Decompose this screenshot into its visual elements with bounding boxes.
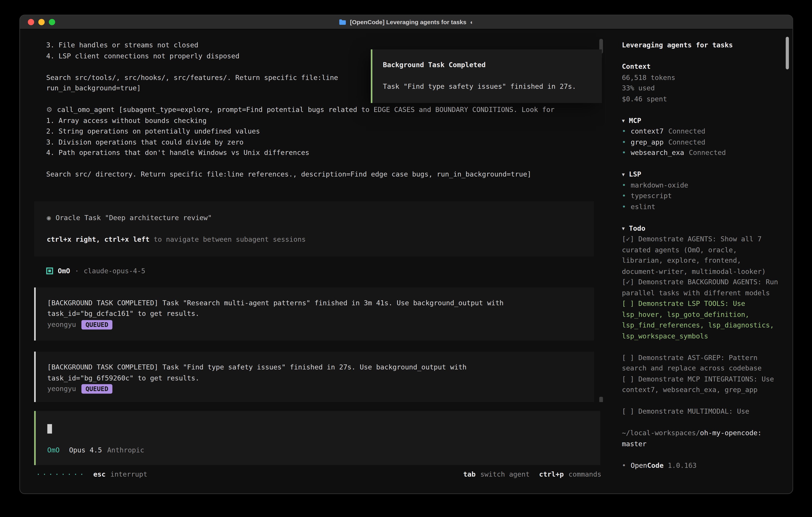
oracle-task-box[interactable]: ◉Oracle Task "Deep architecture review" … — [34, 201, 594, 256]
folder-icon — [339, 19, 346, 25]
main-scrollbar-end[interactable] — [599, 397, 603, 402]
message-line: [BACKGROUND TASK COMPLETED] Task "Resear… — [47, 298, 583, 308]
omo-agent-icon — [46, 267, 53, 274]
esc-key-hint: esc — [93, 470, 106, 478]
terminal-line: 3. File handles or streams not closed — [20, 40, 605, 51]
context-tokens: 66,518 tokens — [622, 72, 782, 83]
tool-call-item: 1. Array access without bounds checking — [20, 115, 605, 126]
notification-body: Task "Find type safety issues" finished … — [383, 81, 596, 92]
tool-call-item: 4. Path operations that don't handle Win… — [20, 148, 605, 159]
model-info-line: OmOOpus 4.5Anthropic — [47, 445, 589, 456]
sidebar: Leveraging agents for tasks Context 66,5… — [605, 29, 793, 493]
tool-call-text: call_omo_agent [subagent_type=explore, p… — [57, 106, 554, 113]
tool-call-item: 3. Division operations that could divide… — [20, 137, 605, 148]
chat-pane: 3. File handles or streams not closed 4.… — [20, 29, 605, 493]
bullet-icon: • — [622, 202, 626, 210]
tab-key-hint: tab — [463, 470, 476, 478]
agent-name: OmO — [58, 267, 70, 275]
tool-call-line: ⚙call_omo_agent [subagent_type=explore, … — [20, 105, 605, 115]
close-button[interactable] — [28, 19, 34, 25]
message-author: yeongyu — [47, 385, 76, 392]
chevron-down-icon: ▼ — [622, 118, 625, 123]
esc-key-label: interrupt — [110, 470, 147, 478]
todo-heading: Todo — [629, 224, 645, 232]
bullet-icon: • — [622, 127, 626, 135]
lsp-item: •eslint — [622, 201, 782, 212]
bullet-icon: • — [622, 192, 626, 199]
lsp-item: •typescript — [622, 191, 782, 201]
agent-header: OmO · claude-opus-4-5 — [20, 265, 605, 276]
message-author: yeongyu — [47, 320, 76, 328]
desktop: [OpenCode] Leveraging agents for tasks ◐… — [0, 0, 812, 517]
brand-name-bold: Code — [647, 461, 664, 469]
gear-icon: ⚙ — [46, 106, 52, 113]
message-line: [BACKGROUND TASK COMPLETED] Task "Find t… — [47, 362, 583, 373]
mcp-heading: MCP — [629, 116, 641, 124]
spinner-dots-icon: ········ — [36, 470, 86, 478]
chevron-down-icon: ▼ — [622, 172, 625, 177]
input-provider-name: Anthropic — [107, 446, 144, 454]
terminal-line — [20, 159, 605, 169]
notification-toast: Background Task Completed Task "Find typ… — [371, 49, 602, 103]
window-title: [OpenCode] Leveraging agents for tasks — [350, 19, 466, 25]
fullscreen-button[interactable] — [49, 19, 55, 25]
terminal-window: [OpenCode] Leveraging agents for tasks ◐… — [19, 15, 793, 494]
lsp-item: •markdown-oxide — [622, 180, 782, 191]
workspace-path: ~/local-workspaces/oh-my-opencode: — [622, 428, 782, 439]
hint-keys: ctrl+x right, ctrl+x left — [47, 235, 149, 243]
hint-text: to navigate between subagent sessions — [149, 235, 306, 243]
separator-dot: · — [75, 267, 79, 275]
agent-model: claude-opus-4-5 — [84, 267, 145, 275]
mcp-item: •grep_appConnected — [622, 137, 782, 148]
notification-title: Background Task Completed — [383, 60, 596, 71]
todo-section-header[interactable]: ▼Todo — [622, 223, 782, 234]
prompt-input[interactable]: OmOOpus 4.5Anthropic — [34, 411, 601, 465]
bullet-icon: • — [622, 149, 626, 157]
message-meta: yeongyuQUEUED — [47, 384, 583, 394]
commands-key-label: commands — [569, 470, 601, 478]
commands-key-hint: ctrl+p — [539, 470, 563, 478]
status-left: ········escinterrupt — [36, 470, 147, 478]
sidebar-scrollbar-thumb[interactable] — [786, 37, 789, 70]
lsp-section-header[interactable]: ▼LSP — [622, 169, 782, 180]
tool-call-item: 2. String operations on potentially unde… — [20, 126, 605, 137]
status-badge: QUEUED — [81, 384, 113, 393]
tab-key-label: switch agent — [480, 470, 530, 478]
message-line: task_id="bg_6f59260c" to get results. — [47, 373, 583, 384]
status-right: tabswitch agentctrl+pcommands — [463, 470, 601, 478]
window-title-group: [OpenCode] Leveraging agents for tasks ◐ — [339, 19, 473, 25]
window-content: 3. File handles or streams not closed 4.… — [20, 29, 793, 493]
input-agent-name: OmO — [47, 446, 60, 454]
chevron-down-icon: ▼ — [622, 226, 625, 231]
titlebar[interactable]: [OpenCode] Leveraging agents for tasks ◐ — [20, 15, 793, 29]
status-badge: QUEUED — [81, 320, 113, 329]
record-icon: ◉ — [47, 214, 51, 221]
version-number: 1.0.163 — [668, 461, 697, 469]
app-version-line: •OpenCode1.0.163 — [622, 460, 782, 471]
context-heading: Context — [622, 61, 782, 72]
bullet-icon: • — [622, 461, 626, 469]
message-scrollback[interactable]: 3. File handles or streams not closed 4.… — [20, 29, 605, 402]
context-used: 33% used — [622, 83, 782, 94]
blank-line — [47, 223, 581, 234]
blank-line — [47, 434, 589, 445]
busy-indicator-icon: ◐ — [470, 19, 473, 25]
oracle-task-title-line: ◉Oracle Task "Deep architecture review" — [47, 213, 581, 223]
workspace-branch: master — [622, 439, 782, 450]
todo-item: [✓] Demonstrate AGENTS: Show all 7 curat… — [622, 234, 782, 277]
blank-line — [383, 71, 596, 82]
message-line: task_id="bg_dcfac161" to get results. — [47, 308, 583, 319]
mcp-item: •websearch_exaConnected — [622, 148, 782, 159]
brand-name: Open — [631, 461, 647, 469]
todo-item: [ ] Demonstrate AST-GREP: Pattern search… — [622, 352, 782, 374]
input-model-name: Opus 4.5 — [69, 446, 102, 454]
message-card: [BACKGROUND TASK COMPLETED] Task "Find t… — [34, 352, 594, 402]
status-bar: ········escinterrupt tabswitch agentctrl… — [20, 465, 605, 483]
message-card: [BACKGROUND TASK COMPLETED] Task "Resear… — [34, 287, 594, 341]
input-line[interactable] — [47, 423, 589, 434]
todo-item-active: [ ] Demonstrate LSP TOOLS: Use lsp_hover… — [622, 298, 782, 342]
minimize-button[interactable] — [38, 19, 45, 25]
traffic-lights — [28, 15, 55, 29]
lsp-heading: LSP — [629, 170, 641, 178]
mcp-section-header[interactable]: ▼MCP — [622, 115, 782, 126]
